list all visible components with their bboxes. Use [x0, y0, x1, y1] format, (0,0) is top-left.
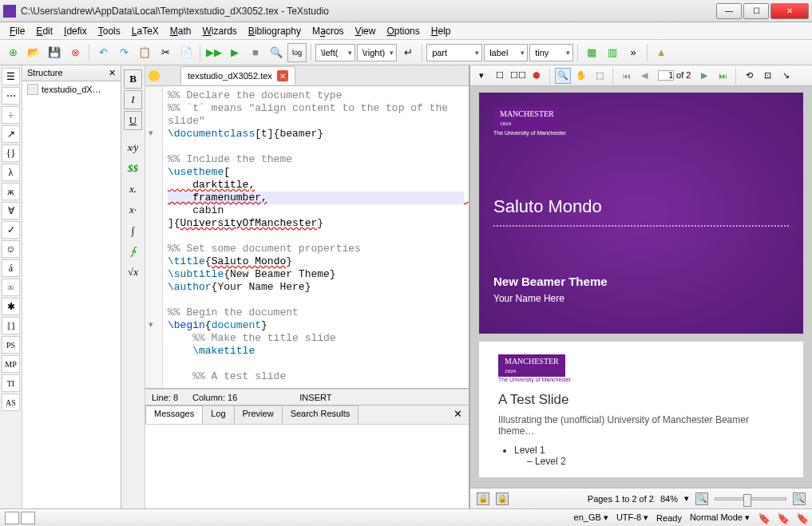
- messages-close-icon[interactable]: ✕: [447, 405, 469, 424]
- preview-prev-icon[interactable]: ◀: [636, 68, 652, 84]
- left-delim-combo[interactable]: \left(: [315, 44, 355, 61]
- italic-button[interactable]: I: [124, 90, 142, 109]
- symbol-arrow-icon[interactable]: ↗: [2, 125, 20, 143]
- symbol-lambda-icon[interactable]: λ: [2, 164, 20, 181]
- symbol-ti-icon[interactable]: TI: [2, 374, 20, 392]
- open-file-button[interactable]: 📂: [24, 43, 43, 62]
- close-file-button[interactable]: ⊗: [65, 43, 85, 62]
- maximize-button[interactable]: ☐: [743, 3, 769, 19]
- preview-pages-icon[interactable]: ☐: [492, 68, 508, 84]
- symbol-brackets-icon[interactable]: ⟦⟧: [2, 317, 20, 334]
- preview-last-icon[interactable]: ⏭: [715, 68, 731, 84]
- code-content[interactable]: %% Declare the document type %% `t` mean…: [163, 86, 469, 388]
- lock-icon[interactable]: 🔒: [477, 492, 489, 505]
- preview-sync-icon[interactable]: ⟲: [741, 68, 757, 84]
- minimize-button[interactable]: —: [716, 3, 742, 19]
- symbol-divide-icon[interactable]: ÷: [2, 106, 20, 124]
- menu-tools[interactable]: Tools: [93, 24, 125, 38]
- bookmark-icon[interactable]: 🔖: [796, 512, 807, 524]
- tab-log[interactable]: Log: [202, 405, 234, 424]
- table2-button[interactable]: ▥: [603, 43, 622, 62]
- tab-close-icon[interactable]: ✕: [277, 70, 288, 81]
- preview-config-icon[interactable]: ▾: [473, 68, 489, 84]
- sqrt-button[interactable]: √x: [124, 263, 142, 282]
- stop-button[interactable]: ■: [246, 43, 265, 62]
- fold-icon[interactable]: ▾: [149, 319, 153, 330]
- cut-button[interactable]: ✂: [156, 43, 175, 62]
- compile-button[interactable]: ▶: [225, 43, 244, 62]
- newline-button[interactable]: ↵: [398, 43, 418, 62]
- view-log-button[interactable]: log: [287, 43, 307, 62]
- bookmark-indicator-icon[interactable]: [149, 70, 160, 81]
- undo-button[interactable]: ↶: [93, 43, 113, 62]
- symbol-aacute-icon[interactable]: á: [2, 259, 20, 277]
- menu-edit[interactable]: Edit: [31, 24, 57, 38]
- bold-button[interactable]: B: [124, 69, 142, 89]
- table-button[interactable]: ▦: [582, 43, 601, 62]
- menu-latex[interactable]: LaTeX: [127, 24, 164, 38]
- menu-help[interactable]: Help: [426, 24, 456, 38]
- int-button[interactable]: ∫: [124, 221, 142, 240]
- view-pdf-button[interactable]: 🔍: [267, 43, 286, 62]
- symbol-mp-icon[interactable]: MP: [2, 355, 20, 373]
- preview-pdf-icon[interactable]: ⬢: [529, 68, 545, 84]
- fold-icon[interactable]: ▾: [149, 128, 153, 138]
- mode-indicator[interactable]: Normal Mode ▾: [690, 512, 750, 523]
- spellcheck-button[interactable]: ▲: [652, 43, 671, 62]
- ref-combo[interactable]: label: [484, 44, 528, 61]
- menu-wizards[interactable]: Wizards: [198, 24, 242, 38]
- section-combo[interactable]: part: [426, 44, 482, 61]
- symbol-dots-icon[interactable]: ⋯: [2, 87, 20, 105]
- right-delim-combo[interactable]: \right): [357, 44, 397, 61]
- preview-close-icon[interactable]: ↘: [778, 68, 794, 84]
- preview-fit-icon[interactable]: ⊡: [759, 68, 775, 84]
- preview-next-icon[interactable]: ▶: [696, 68, 712, 84]
- structure-view-icon[interactable]: ☰: [2, 68, 20, 85]
- build-view-button[interactable]: ▶▶: [204, 43, 224, 62]
- symbol-forall-icon[interactable]: ∀: [2, 202, 20, 219]
- zoom-dropdown-icon[interactable]: ▾: [684, 493, 689, 504]
- structure-item[interactable]: texstudio_dX…: [22, 81, 121, 97]
- zoom-in-icon[interactable]: 🔍: [793, 492, 806, 505]
- symbol-cyrillic-icon[interactable]: ж: [2, 183, 20, 200]
- size-combo[interactable]: tiny: [529, 44, 573, 61]
- preview-first-icon[interactable]: ⏮: [618, 68, 634, 84]
- subscript-button[interactable]: x.: [124, 180, 142, 199]
- symbol-smiley-icon[interactable]: ☺: [2, 240, 20, 258]
- file-tab[interactable]: texstudio_dX3052.tex ✕: [180, 66, 295, 85]
- preview-continuous-icon[interactable]: ☐☐: [510, 68, 526, 84]
- menu-math[interactable]: Math: [165, 24, 196, 38]
- new-file-button[interactable]: ⊕: [3, 43, 22, 62]
- symbol-star-icon[interactable]: ✱: [2, 298, 20, 315]
- language-indicator[interactable]: en_GB ▾: [574, 512, 608, 523]
- preview-zoom-icon[interactable]: 🔍: [555, 68, 571, 84]
- menu-macros[interactable]: Ma̲cros: [307, 24, 349, 38]
- bookmark-icon[interactable]: 🔖: [777, 512, 788, 524]
- menu-view[interactable]: View: [351, 24, 381, 38]
- underline-button[interactable]: U: [124, 111, 142, 130]
- preview-select-icon[interactable]: ⬚: [592, 68, 608, 84]
- lock-icon[interactable]: 🔒: [496, 492, 509, 505]
- save-button[interactable]: 💾: [45, 43, 64, 62]
- structure-close-icon[interactable]: ✕: [109, 68, 116, 78]
- symbol-ps-icon[interactable]: PS: [2, 336, 20, 354]
- redo-button[interactable]: ↷: [114, 43, 133, 62]
- tab-search-results[interactable]: Search Results: [282, 405, 359, 424]
- menu-file[interactable]: File: [5, 24, 30, 38]
- paste-button[interactable]: 📄: [176, 43, 196, 62]
- tab-messages[interactable]: Messages: [145, 405, 203, 424]
- zoom-out-icon[interactable]: 🔍: [695, 492, 708, 505]
- preview-hand-icon[interactable]: ✋: [573, 68, 589, 84]
- symbol-check-icon[interactable]: ✓: [2, 221, 20, 239]
- dollar-button[interactable]: $$: [124, 159, 142, 178]
- superscript-button[interactable]: x·: [124, 200, 142, 219]
- menu-idefix[interactable]: Idefix: [59, 24, 92, 38]
- bookmark-icon[interactable]: 🔖: [758, 512, 769, 524]
- sum-button[interactable]: ∱: [124, 242, 142, 261]
- zoom-slider[interactable]: [715, 497, 786, 500]
- frac-button[interactable]: x⁄y: [124, 138, 142, 157]
- symbol-as-icon[interactable]: AS: [2, 394, 20, 411]
- symbol-infinity-icon[interactable]: ∞: [2, 279, 20, 296]
- expand-toolbar-button[interactable]: »: [624, 43, 643, 62]
- preview-body[interactable]: MANCHESTER1824 The University of Manches…: [470, 86, 812, 488]
